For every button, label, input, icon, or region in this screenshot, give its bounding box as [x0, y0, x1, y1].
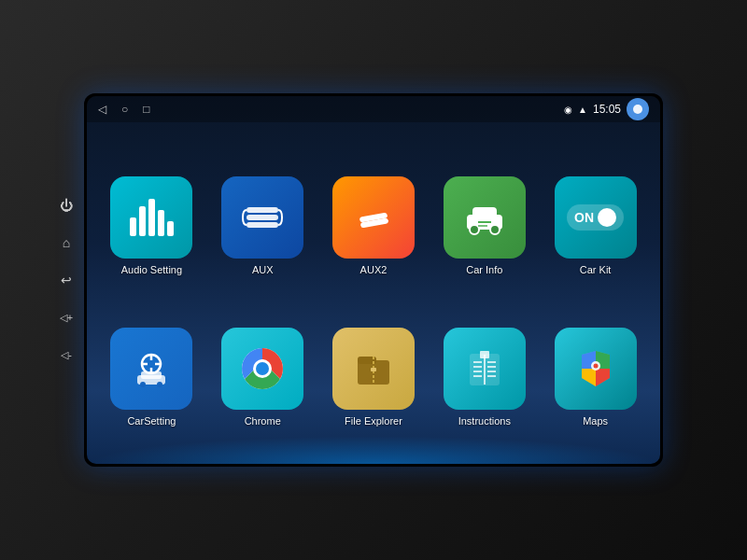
svg-rect-2 — [247, 215, 278, 220]
app-instructions[interactable]: Instructions — [432, 283, 536, 427]
svg-point-23 — [256, 362, 269, 375]
carkit-toggle-icon: ON — [567, 204, 624, 231]
car-frame: ⏻ ⌂ ↩ ◁+ ◁- ◁ ○ □ ◉ ▲ 15:05 — [0, 0, 747, 560]
back-button[interactable]: ↩ — [56, 270, 77, 290]
svg-point-9 — [490, 225, 500, 234]
nav-back-button[interactable]: ◁ — [98, 103, 106, 116]
status-right: ◉ ▲ 15:05 — [564, 98, 649, 120]
nav-buttons: ◁ ○ □ — [98, 103, 150, 116]
chrome-icon — [238, 344, 287, 393]
app-audio-setting-label: Audio Setting — [121, 264, 182, 275]
app-chrome[interactable]: Chrome — [211, 283, 315, 427]
home-button[interactable]: ⌂ — [56, 232, 77, 253]
vol-down-button[interactable]: ◁- — [56, 344, 77, 365]
svg-point-0 — [633, 105, 642, 114]
svg-marker-43 — [596, 369, 610, 386]
app-car-kit[interactable]: ON Car Kit — [543, 132, 647, 275]
instructions-icon — [461, 345, 508, 392]
side-buttons: ⏻ ⌂ ↩ ◁+ ◁- — [56, 195, 77, 365]
screen: ◁ ○ □ ◉ ▲ 15:05 — [87, 96, 660, 464]
status-bar: ◁ ○ □ ◉ ▲ 15:05 — [87, 96, 660, 122]
app-car-setting[interactable]: CarSetting — [100, 283, 204, 427]
svg-rect-3 — [247, 222, 278, 228]
location-icon: ◉ — [564, 105, 572, 115]
svg-point-8 — [470, 225, 479, 234]
nav-home-button[interactable]: ○ — [121, 103, 128, 116]
assistant-icon — [632, 104, 643, 115]
svg-rect-1 — [247, 207, 278, 213]
maps-icon — [572, 345, 619, 392]
svg-rect-38 — [480, 351, 489, 358]
nav-recent-button[interactable]: □ — [143, 103, 149, 116]
svg-rect-27 — [371, 368, 376, 371]
app-aux-label: AUX — [252, 264, 274, 275]
car-info-icon — [459, 192, 510, 243]
svg-marker-42 — [582, 369, 596, 386]
app-aux2-label: AUX2 — [360, 264, 388, 275]
wifi-icon: ▲ — [578, 105, 587, 115]
assistant-button[interactable] — [627, 98, 649, 120]
app-audio-setting[interactable]: Audio Setting — [100, 132, 204, 275]
app-file-explorer[interactable]: File Explorer — [322, 283, 426, 427]
app-maps[interactable]: Maps — [543, 283, 647, 427]
file-explorer-icon — [350, 345, 397, 392]
clock: 15:05 — [593, 103, 621, 116]
app-car-info[interactable]: Car Info — [432, 132, 536, 275]
app-maps-label: Maps — [583, 415, 608, 427]
audio-bars-icon — [130, 199, 174, 236]
svg-point-20 — [157, 382, 162, 387]
app-aux[interactable]: AUX — [211, 132, 315, 275]
app-car-kit-label: Car Kit — [580, 264, 612, 275]
svg-rect-7 — [472, 207, 497, 218]
app-instructions-label: Instructions — [458, 415, 511, 427]
power-button[interactable]: ⏻ — [56, 195, 77, 216]
svg-rect-18 — [141, 371, 162, 379]
aux-icon — [239, 194, 286, 241]
aux2-icon — [350, 194, 397, 241]
svg-point-19 — [140, 382, 146, 387]
svg-point-45 — [593, 364, 598, 369]
app-aux2[interactable]: AUX2 — [322, 132, 426, 275]
app-car-info-label: Car Info — [466, 264, 502, 275]
bottom-glow — [87, 436, 660, 464]
app-chrome-label: Chrome — [245, 415, 281, 427]
app-car-setting-label: CarSetting — [127, 415, 176, 427]
screen-bezel: ◁ ○ □ ◉ ▲ 15:05 — [84, 93, 663, 467]
app-grid: Audio Setting AUX — [87, 122, 660, 436]
vol-up-button[interactable]: ◁+ — [56, 307, 77, 328]
carsetting-icon — [126, 343, 176, 394]
app-file-explorer-label: File Explorer — [345, 415, 402, 427]
